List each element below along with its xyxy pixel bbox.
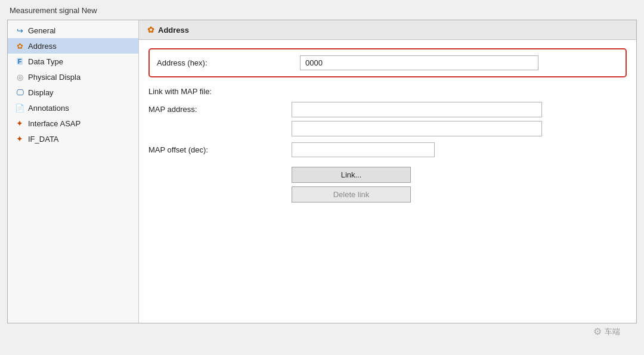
page-title: Measurement signal New [0, 0, 644, 20]
sidebar-label-datatype: Data Type [28, 57, 63, 66]
address-hex-input[interactable] [300, 55, 538, 70]
display-icon: 🖵 [15, 88, 24, 97]
content-header: ✿ Address [139, 20, 636, 40]
sidebar-item-annotations[interactable]: 📄Annotations [8, 100, 138, 116]
link-button[interactable]: Link... [292, 167, 411, 183]
watermark-text: 车端 [605, 326, 620, 337]
address-hex-label: Address (hex): [157, 58, 300, 67]
sidebar-label-annotations: Annotations [28, 104, 69, 113]
sidebar-label-display: Display [28, 88, 54, 97]
link-with-map-row: Link with MAP file: [148, 87, 627, 96]
sidebar-label-interface: Interface ASAP [28, 119, 80, 128]
sidebar-label-general: General [28, 26, 55, 35]
map-inputs-col [292, 102, 542, 136]
physical-icon: ◎ [15, 72, 24, 82]
map-address-input-1[interactable] [292, 102, 542, 117]
delete-link-button[interactable]: Delete link [292, 186, 411, 203]
sidebar: ↪General✿AddressFData Type◎Physical Disp… [8, 20, 139, 323]
sidebar-label-physical: Physical Displa [28, 73, 80, 82]
sidebar-item-address[interactable]: ✿Address [8, 38, 138, 54]
sidebar-item-display[interactable]: 🖵Display [8, 85, 138, 100]
link-with-map-label: Link with MAP file: [148, 87, 292, 96]
general-icon: ↪ [15, 26, 24, 35]
map-address-row: MAP address: [148, 102, 627, 136]
address-hex-wrapper: Address (hex): [148, 48, 627, 77]
map-offset-label: MAP offset (dec): [148, 145, 292, 154]
map-offset-row: MAP offset (dec): [148, 142, 627, 157]
content-body: Address (hex): Link with MAP file: MAP a… [139, 40, 636, 211]
buttons-row: Link... Delete link [148, 167, 627, 203]
datatype-icon: F [15, 57, 24, 66]
sidebar-label-ifdata: IF_DATA [28, 135, 59, 144]
map-offset-input[interactable] [292, 142, 435, 157]
address-icon: ✿ [15, 41, 24, 51]
watermark-icon: ⚙ [593, 326, 602, 337]
sidebar-label-address: Address [28, 42, 57, 51]
annotations-icon: 📄 [15, 103, 24, 113]
sidebar-item-general[interactable]: ↪General [8, 23, 138, 38]
interface-icon: ✦ [15, 119, 24, 128]
main-container: ↪General✿AddressFData Type◎Physical Disp… [7, 20, 637, 323]
sidebar-item-ifdata[interactable]: ✦IF_DATA [8, 131, 138, 147]
content-header-title: Address [158, 26, 189, 35]
watermark: ⚙ 车端 [593, 326, 620, 337]
sidebar-item-interface[interactable]: ✦Interface ASAP [8, 116, 138, 131]
map-address-input-2[interactable] [292, 121, 542, 136]
ifdata-icon: ✦ [15, 134, 24, 144]
content-area: ✿ Address Address (hex): Link with MAP f… [139, 20, 636, 323]
sidebar-item-datatype[interactable]: FData Type [8, 54, 138, 69]
sidebar-item-physical[interactable]: ◎Physical Displa [8, 69, 138, 85]
address-header-icon: ✿ [147, 25, 154, 35]
map-address-label: MAP address: [148, 102, 292, 114]
